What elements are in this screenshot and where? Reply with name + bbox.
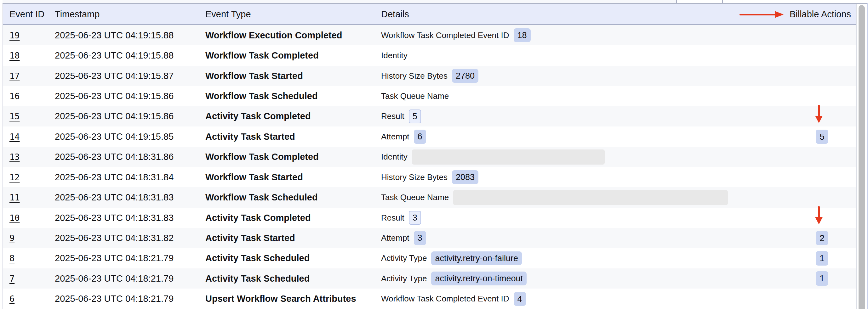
billable-actions-badge: 1 [816,251,828,266]
event-type: Activity Task Scheduled [205,248,310,268]
arrow-shaft [740,14,775,15]
event-id-link[interactable]: 18 [9,45,20,65]
table-row[interactable]: 11 2025-06-23 UTC 04:18:31.83 Workflow T… [3,187,856,207]
event-type: Workflow Task Completed [205,45,319,65]
table-row[interactable]: 12 2025-06-23 UTC 04:18:31.84 Workflow T… [3,167,856,187]
table-row[interactable]: 15 2025-06-23 UTC 04:19:15.86 Activity T… [3,106,856,127]
event-details: Activity Type activity.retry-on-failure [381,248,522,268]
event-timestamp: 2025-06-23 UTC 04:19:15.86 [55,106,174,127]
table-row[interactable]: 6 2025-06-23 UTC 04:18:21.79 Upsert Work… [3,288,856,309]
detail-label: Activity Type [381,253,427,263]
arrow-down-icon [815,217,823,225]
detail-label: Result [381,213,404,223]
table-row[interactable]: 18 2025-06-23 UTC 04:19:15.88 Workflow T… [3,45,856,65]
event-timestamp: 2025-06-23 UTC 04:18:31.86 [55,147,174,167]
event-timestamp: 2025-06-23 UTC 04:19:15.87 [55,66,174,86]
column-header-billable-actions: Billable Actions [789,4,851,24]
detail-label: History Size Bytes [381,172,447,182]
detail-value-badge: activity.retry-on-failure [431,251,522,265]
event-timestamp: 2025-06-23 UTC 04:18:21.79 [55,288,174,309]
event-type: Workflow Execution Completed [205,25,342,45]
table-row[interactable]: 17 2025-06-23 UTC 04:19:15.87 Workflow T… [3,66,856,86]
event-type: Workflow Task Started [205,167,303,187]
event-id-link[interactable]: 8 [9,248,14,268]
event-type: Upsert Workflow Search Attributes [205,288,356,309]
table-row[interactable]: 13 2025-06-23 UTC 04:18:31.86 Workflow T… [3,147,856,167]
annotation-arrow-billable-header [740,11,784,18]
detail-label: Result [381,111,404,121]
billable-actions-cell [809,147,835,167]
annotation-arrow-down [815,206,823,225]
detail-value-badge: 3 [409,211,421,225]
column-header-details: Details [381,4,409,24]
event-type: Workflow Task Completed [205,147,319,167]
event-type: Workflow Task Scheduled [205,187,318,207]
event-id-link[interactable]: 19 [9,25,20,45]
toolbar-strip-divider [722,0,723,3]
event-id-link[interactable]: 12 [9,167,20,187]
event-id-link[interactable]: 6 [9,288,14,309]
redacted-value [453,190,728,205]
event-id-link[interactable]: 16 [9,86,20,106]
detail-value-badge: 5 [409,109,421,123]
event-details: Identity [381,45,407,65]
detail-value-badge: 6 [414,130,426,143]
arrow-right-icon [775,11,784,18]
event-details: Result 3 [381,208,421,228]
event-type: Activity Task Completed [205,106,311,127]
table-right-border [856,4,857,309]
detail-value-badge: 18 [514,28,531,42]
table-row[interactable]: 9 2025-06-23 UTC 04:18:31.82 Activity Ta… [3,228,856,248]
detail-label: Task Queue Name [381,193,449,202]
vertical-scrollbar-thumb[interactable] [859,5,865,309]
event-details: Workflow Task Completed Event ID 4 [381,288,526,309]
event-id-link[interactable]: 11 [9,187,20,207]
table-row[interactable]: 19 2025-06-23 UTC 04:19:15.88 Workflow E… [3,25,856,45]
event-timestamp: 2025-06-23 UTC 04:18:31.83 [55,187,174,207]
detail-label: Activity Type [381,274,427,283]
event-details: Attempt 6 [381,127,426,147]
table-body: 19 2025-06-23 UTC 04:19:15.88 Workflow E… [3,25,856,309]
billable-actions-cell: 1 [809,248,835,268]
window-right-edge [867,3,868,309]
table-row[interactable]: 16 2025-06-23 UTC 04:19:15.86 Workflow T… [3,86,856,106]
billable-actions-cell [809,45,835,65]
billable-actions-cell [809,66,835,86]
event-details: Attempt 3 [381,228,426,248]
arrow-shaft [818,105,820,116]
toolbar-strip-segment [2,0,676,3]
column-header-event-id: Event ID [9,4,44,24]
event-timestamp: 2025-06-23 UTC 04:18:21.79 [55,268,174,288]
detail-label: Attempt [381,233,409,243]
table-row[interactable]: 10 2025-06-23 UTC 04:18:31.83 Activity T… [3,208,856,228]
event-details: Task Queue Name [381,86,449,106]
column-header-timestamp: Timestamp [55,4,99,24]
detail-label: Identity [381,51,407,60]
event-id-link[interactable]: 14 [9,127,20,147]
event-timestamp: 2025-06-23 UTC 04:18:21.79 [55,248,174,268]
event-details: History Size Bytes 2083 [381,167,478,187]
event-id-link[interactable]: 13 [9,147,20,167]
redacted-value [412,149,605,165]
cropped-toolbar-strip [0,0,868,3]
event-details: Result 5 [381,106,421,127]
event-id-link[interactable]: 10 [9,208,20,228]
event-id-link[interactable]: 15 [9,106,20,127]
event-details: Identity [381,147,605,167]
event-id-link[interactable]: 17 [9,66,20,86]
event-id-link[interactable]: 7 [9,268,14,288]
event-type: Activity Task Started [205,228,295,248]
detail-value-badge: 3 [414,231,426,245]
billable-actions-cell [809,86,835,106]
table-row[interactable]: 8 2025-06-23 UTC 04:18:21.79 Activity Ta… [3,248,856,268]
table-row[interactable]: 7 2025-06-23 UTC 04:18:21.79 Activity Ta… [3,268,856,288]
event-history-screen: Event ID Timestamp Event Type Details Bi… [0,0,868,309]
event-details: Activity Type activity.retry-on-timeout [381,268,527,288]
table-row[interactable]: 14 2025-06-23 UTC 04:19:15.85 Activity T… [3,127,856,147]
detail-label: Task Queue Name [381,91,449,101]
billable-actions-badge: 5 [816,130,828,144]
event-type: Activity Task Completed [205,208,311,228]
billable-actions-cell: 1 [809,268,835,288]
detail-value-badge: 2083 [452,170,478,184]
event-id-link[interactable]: 9 [9,228,14,248]
